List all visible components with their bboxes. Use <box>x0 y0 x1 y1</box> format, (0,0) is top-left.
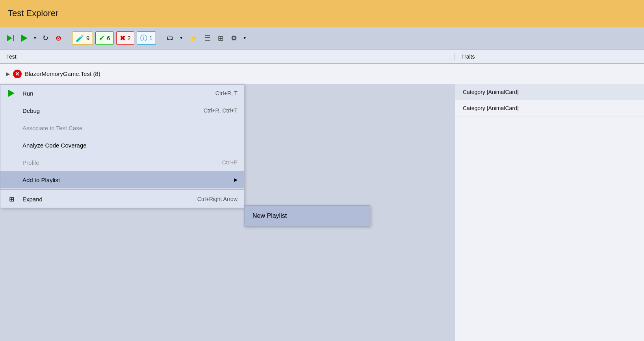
submenu-arrow-icon: ▶ <box>234 177 238 182</box>
run-dropdown-button[interactable]: ▼ <box>32 34 38 42</box>
menu-item-add-playlist[interactable]: Add to Playlist ▶ <box>0 171 244 188</box>
menu-analyze-label: Analyze Code Coverage <box>22 142 238 149</box>
cancel-icon: ⊗ <box>56 34 61 42</box>
test-tree-row[interactable]: ▶ ✕ BlazorMemoryGame.Test (8) <box>0 64 644 84</box>
lightning-icon: ⚡ <box>189 34 197 42</box>
gear-icon: ⚙ <box>231 34 237 42</box>
total-badge-button[interactable]: 🧪 9 <box>72 31 93 45</box>
columns-icon: ⊞ <box>218 34 224 42</box>
fail-count: 2 <box>128 35 131 41</box>
settings-dropdown-button[interactable]: ▼ <box>242 34 247 42</box>
separator-2 <box>160 33 160 44</box>
columns-button[interactable]: ⊞ <box>215 32 226 44</box>
menu-item-associate: Associate to Test Case <box>0 119 244 136</box>
menu-associate-label: Associate to Test Case <box>22 125 238 131</box>
run-all-button[interactable] <box>19 33 30 43</box>
menu-item-debug[interactable]: Debug Ctrl+R, Ctrl+T <box>0 102 244 119</box>
menu-item-analyze[interactable]: Analyze Code Coverage <box>0 136 244 154</box>
toolbar: ▼ ↻ ⊗ 🧪 9 ✔ 6 ✖ 2 ⓘ 1 🗂 ▼ ⚡ ☰ ⊞ ⚙ <box>0 27 644 50</box>
step-play-icon <box>7 35 14 41</box>
menu-item-run[interactable]: Run Ctrl+R, T <box>0 85 244 102</box>
menu-divider <box>0 189 244 190</box>
traits-area: Category [AnimalCard] Category [AnimalCa… <box>455 84 644 341</box>
info-icon: ⓘ <box>140 33 147 43</box>
run-step-button[interactable] <box>5 33 17 43</box>
tree-collapse-icon[interactable]: ▶ <box>6 71 10 77</box>
run-all-icon <box>21 35 28 42</box>
submenu-item-new-playlist[interactable]: New Playlist <box>245 206 370 226</box>
menu-run-shortcut: Ctrl+R, T <box>215 90 238 96</box>
column-headers: Test Traits <box>0 50 644 64</box>
test-column-header: Test <box>0 53 455 60</box>
submenu: New Playlist <box>244 205 370 227</box>
error-status-icon: ✕ <box>13 70 22 78</box>
menu-debug-label: Debug <box>22 107 188 114</box>
info-badge-button[interactable]: ⓘ 1 <box>137 31 156 45</box>
menu-expand-label: Expand <box>22 196 182 203</box>
settings-chevron-icon: ▼ <box>243 36 247 40</box>
context-menu: Run Ctrl+R, T Debug Ctrl+R, Ctrl+T Assoc… <box>0 84 244 208</box>
filter-icon: 🗂 <box>167 34 174 42</box>
filter-dropdown-button[interactable]: ▼ <box>178 34 184 42</box>
title-bar: Test Explorer <box>0 0 644 27</box>
filter-button[interactable]: 🗂 <box>164 32 176 44</box>
window-title: Test Explorer <box>8 8 58 18</box>
total-count: 9 <box>86 35 89 41</box>
info-count: 1 <box>149 35 152 41</box>
main-content: Category [AnimalCard] Category [AnimalCa… <box>0 84 644 341</box>
menu-item-expand[interactable]: ⊞ Expand Ctrl+Right Arrow <box>0 190 244 208</box>
trait-row-1: Category [AnimalCard] <box>455 84 644 100</box>
menu-debug-shortcut: Ctrl+R, Ctrl+T <box>204 107 238 114</box>
menu-expand-shortcut: Ctrl+Right Arrow <box>197 196 238 202</box>
refresh-icon: ↻ <box>43 34 48 42</box>
fail-badge-button[interactable]: ✖ 2 <box>116 31 134 45</box>
project-label: BlazorMemoryGame.Test (8) <box>25 70 100 77</box>
traits-column-header: Traits <box>455 53 644 60</box>
separator-1 <box>68 33 68 44</box>
group-button[interactable]: ☰ <box>202 32 213 44</box>
flask-icon: 🧪 <box>76 34 84 42</box>
pass-count: 6 <box>107 35 110 41</box>
pass-badge-button[interactable]: ✔ 6 <box>95 31 113 45</box>
expand-icon: ⊞ <box>7 194 16 204</box>
refresh-button[interactable]: ↻ <box>40 32 51 44</box>
group-icon: ☰ <box>204 34 211 42</box>
menu-item-profile: Profile Ctrl+P <box>0 154 244 171</box>
menu-profile-shortcut: Ctrl+P <box>222 159 238 166</box>
new-playlist-label: New Playlist <box>252 212 287 219</box>
cancel-button[interactable]: ⊗ <box>53 32 64 44</box>
menu-playlist-label: Add to Playlist <box>22 177 231 183</box>
settings-button[interactable]: ⚙ <box>228 32 239 44</box>
fail-icon: ✖ <box>120 34 126 42</box>
menu-run-label: Run <box>22 90 200 97</box>
filter-chevron-icon: ▼ <box>179 36 183 40</box>
chevron-down-icon: ▼ <box>33 36 37 40</box>
menu-profile-label: Profile <box>22 159 206 166</box>
pass-icon: ✔ <box>99 34 105 42</box>
play-icon <box>7 88 16 98</box>
trait-row-2: Category [AnimalCard] <box>455 100 644 116</box>
lightning-button[interactable]: ⚡ <box>186 32 200 44</box>
